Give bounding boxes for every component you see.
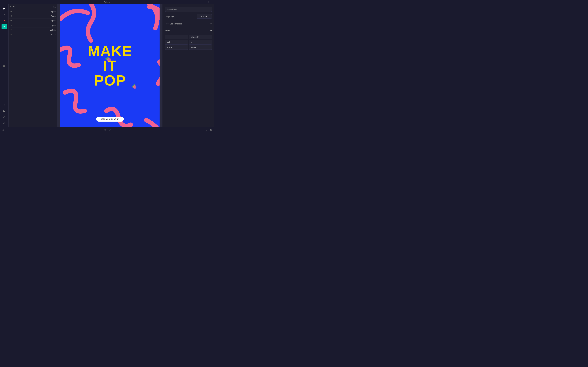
svg-rect-1 bbox=[3, 66, 5, 66]
settings-icon[interactable]: ⚙ bbox=[1, 120, 7, 126]
root-css-header: Root Css Variables + bbox=[165, 22, 212, 25]
main-layout: ▶ ✕ ♥ + ✦ ▶ ⊙ ⚙ ▾ 👁 H1 👁 Span 👁 bbox=[0, 4, 214, 127]
play2-icon[interactable]: ▶ bbox=[1, 108, 7, 114]
style-selector-1[interactable]: * bbox=[165, 35, 188, 39]
layer-span-4[interactable]: 👁 Span bbox=[9, 23, 57, 28]
h1-label: H1 bbox=[16, 6, 56, 8]
eye-icon-5: 👁 bbox=[10, 29, 13, 31]
svg-point-8 bbox=[133, 85, 137, 89]
bottom-right-controls: ↩ ↻ bbox=[206, 129, 212, 132]
eye-icon-2: 👁 bbox=[10, 15, 13, 17]
style-selector-2[interactable]: body bbox=[165, 40, 188, 44]
preview-frame: MAKE IT POP REPLAY ANIMATION bbox=[60, 4, 160, 127]
language-value: English bbox=[197, 14, 212, 18]
styles-table: * html,body body h1 h1 span button bbox=[165, 35, 212, 50]
layer-name-2: Span bbox=[14, 15, 56, 17]
app-title: Polyrise bbox=[104, 1, 111, 3]
style-value-3[interactable]: button bbox=[189, 45, 212, 50]
eye-icon-4: 👁 bbox=[10, 24, 13, 26]
layer-name-1: Span bbox=[14, 10, 56, 13]
layer-button[interactable]: 👁 Button bbox=[9, 28, 57, 32]
style-row-2: body h1 bbox=[165, 40, 212, 44]
svg-rect-0 bbox=[3, 65, 5, 65]
style-row-1: * html,body bbox=[165, 35, 212, 39]
heart-icon[interactable]: ♥ bbox=[1, 18, 7, 23]
text-line-3: POP bbox=[88, 73, 132, 88]
eye-icon-1: 👁 bbox=[10, 10, 13, 13]
up-arrow-key: ↑ bbox=[7, 129, 8, 131]
layers-icon[interactable] bbox=[1, 63, 7, 68]
add-root-css-button[interactable]: + bbox=[210, 22, 212, 25]
titlebar: Polyrise ⬆ ⋮ bbox=[0, 0, 214, 4]
text-line-2: IT bbox=[88, 58, 132, 73]
undo-icon[interactable]: ↩ bbox=[206, 129, 208, 132]
bottom-bar: ctrl ↑ ⌘ ↩ ↩ ↻ bbox=[0, 127, 214, 133]
layers-header: ▾ 👁 H1 bbox=[9, 4, 57, 9]
styles-label: Styles bbox=[165, 30, 170, 32]
titlebar-controls: ⬆ ⋮ bbox=[208, 1, 213, 3]
root-css-label: Root Css Variables bbox=[165, 23, 182, 25]
layer-span-1[interactable]: 👁 Span bbox=[9, 9, 57, 14]
chevron-icon[interactable]: ▾ bbox=[10, 6, 11, 8]
layer-script[interactable]: 👁 Script bbox=[9, 32, 57, 37]
styles-header: Styles + bbox=[165, 29, 212, 32]
style-row-3: h1 span button bbox=[165, 45, 212, 50]
canvas-area: MAKE IT POP REPLAY ANIMATION bbox=[58, 4, 162, 127]
layer-span-3[interactable]: 👁 Span bbox=[9, 18, 57, 23]
more-icon[interactable]: ⋮ bbox=[211, 1, 213, 3]
visibility-icon[interactable]: 👁 bbox=[13, 6, 15, 8]
close-icon[interactable]: ✕ bbox=[1, 12, 7, 17]
command-key: ⌘ bbox=[104, 129, 106, 132]
sun-icon[interactable]: ✦ bbox=[1, 102, 7, 108]
layers-panel: ▾ 👁 H1 👁 Span 👁 Span 👁 Span 👁 Span 👁 But… bbox=[9, 4, 58, 127]
select-size-button[interactable]: Select Size bbox=[165, 7, 212, 12]
layer-name-6: Script bbox=[14, 33, 56, 36]
text-line-1: MAKE bbox=[88, 44, 132, 58]
add-style-button[interactable]: + bbox=[210, 29, 212, 32]
layer-name-3: Span bbox=[14, 20, 56, 22]
layer-name-4: Span bbox=[14, 24, 56, 26]
language-label: Language bbox=[165, 15, 195, 17]
eye-icon-6: 👁 bbox=[10, 33, 13, 36]
svg-rect-2 bbox=[3, 66, 5, 67]
layer-name-5: Button bbox=[14, 29, 56, 31]
camera-icon[interactable]: ⊙ bbox=[1, 114, 7, 120]
ctrl-key: ctrl bbox=[2, 129, 5, 131]
redo-icon[interactable]: ↻ bbox=[210, 129, 212, 132]
return-key: ↩ bbox=[109, 129, 111, 132]
language-section: Language English bbox=[165, 14, 212, 18]
style-selector-3[interactable]: h1 span bbox=[165, 45, 188, 50]
main-text: MAKE IT POP bbox=[88, 44, 132, 88]
play-icon[interactable]: ▶ bbox=[1, 6, 7, 11]
right-panel: Select Size Language English Root Css Va… bbox=[162, 4, 214, 127]
style-value-2[interactable]: h1 bbox=[189, 40, 212, 44]
layer-span-2[interactable]: 👁 Span bbox=[9, 14, 57, 18]
share-icon[interactable]: ⬆ bbox=[208, 1, 210, 3]
left-sidebar: ▶ ✕ ♥ + ✦ ▶ ⊙ ⚙ bbox=[0, 4, 9, 127]
add-icon[interactable]: + bbox=[1, 24, 7, 29]
eye-icon-3: 👁 bbox=[10, 20, 13, 22]
replay-animation-button[interactable]: REPLAY ANIMATION bbox=[96, 117, 124, 122]
style-value-1[interactable]: html,body bbox=[189, 35, 212, 39]
